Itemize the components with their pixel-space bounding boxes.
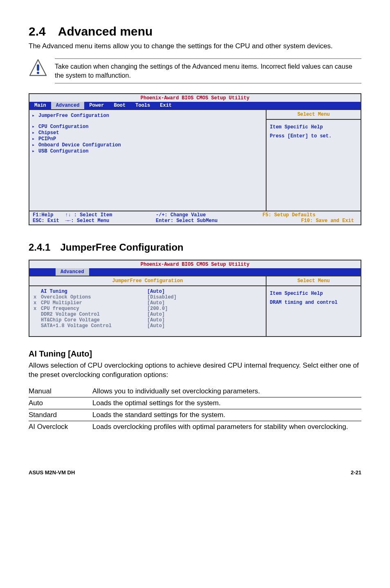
row-ai-tuning[interactable]: AI Tuning [Auto]	[34, 289, 262, 294]
bios2-menubar: Advanced	[29, 268, 361, 276]
bios-menubar: Main Advanced Power Boot Tools Exit	[29, 102, 361, 109]
tab-advanced[interactable]: Advanced	[51, 102, 85, 109]
caution-icon	[29, 58, 47, 77]
hint-change-value: -/+: Change Value	[156, 212, 256, 218]
bios2-help-title: Item Specific Help	[270, 290, 357, 298]
subsection-heading: 2.4.1JumperFree Configuration	[29, 242, 361, 253]
bios2-title: Phoenix-Award BIOS CMOS Setup Utility	[29, 260, 361, 268]
ai-tuning-body: Allows selection of CPU overclocking opt…	[29, 361, 361, 380]
panel-title: JumperFree Configuration	[29, 276, 266, 286]
help-title: Item Specific Help	[270, 123, 357, 132]
opt-manual: Manual Allows you to individually set ov…	[29, 386, 361, 397]
hint-f10: F10: Save and Exit	[262, 218, 357, 224]
bios-advanced-menu: Phoenix-Award BIOS CMOS Setup Utility Ma…	[29, 93, 361, 225]
bios2-left-panel: JumperFree Configuration AI Tuning [Auto…	[29, 276, 267, 336]
page-footer: ASUS M2N-VM DH 2-21	[29, 469, 361, 476]
subsection-number: 2.4.1	[29, 242, 50, 253]
hint-enter-submenu: Enter: Select SubMenu	[156, 218, 256, 224]
hint-esc: ESC: Exit	[33, 218, 59, 224]
svg-rect-1	[37, 64, 39, 71]
footer-product: ASUS M2N-VM DH	[29, 469, 75, 476]
hint-f5: F5: Setup Defaults	[262, 212, 357, 218]
row-ddr2-voltage: DDR2 Voltage Control [Auto]	[34, 312, 262, 317]
row-cpu-multiplier: x CPU Multiplier [Auto]	[34, 300, 262, 306]
footer-page: 2-21	[351, 469, 361, 476]
section-number: 2.4	[29, 25, 46, 38]
menu-chipset[interactable]: ▸Chipset	[32, 130, 263, 136]
hint-select-menu: →←: Select Menu	[65, 218, 109, 224]
bios-right-panel: Select Menu Item Specific Help Press [En…	[267, 109, 361, 211]
menu-jumperfree[interactable]: ▸JumperFree Configuration	[32, 112, 263, 119]
hint-f1: F1:Help	[33, 212, 53, 218]
menu-onboard-device[interactable]: ▸Onboard Device Configuration	[32, 142, 263, 148]
bios2-help-body: DRAM timing and control	[270, 298, 357, 307]
section-title: Advanced menu	[58, 25, 153, 38]
row-htchip-voltage: HT&Chip Core Voltage [Auto]	[34, 317, 262, 323]
tab-boot[interactable]: Boot	[109, 102, 130, 109]
section-heading: 2.4Advanced menu	[29, 25, 361, 38]
row-cpu-frequency: x CPU frequency [200.0]	[34, 306, 262, 312]
select-menu-label: Select Menu	[267, 110, 361, 120]
menu-cpu-config[interactable]: ▸CPU Configuration	[32, 123, 263, 130]
tab-tools[interactable]: Tools	[130, 102, 155, 109]
tab-main[interactable]: Main	[29, 102, 51, 109]
bios-footer: F1:Help ↑↓ : Select Item ESC: Exit →←: S…	[29, 211, 361, 224]
ai-options-table: Manual Allows you to individually set ov…	[29, 386, 361, 433]
ai-tuning-heading: AI Tuning [Auto]	[29, 349, 361, 359]
menu-pcipnp[interactable]: ▸PCIPnP	[32, 136, 263, 142]
caution-text: Take caution when changing the settings …	[55, 58, 361, 83]
opt-auto: Auto Loads the optimal settings for the …	[29, 397, 361, 409]
help-body: Press [Enter] to set.	[270, 132, 357, 141]
bios-left-panel: ▸JumperFree Configuration ▸CPU Configura…	[29, 109, 267, 211]
row-overclock-options: x Overclock Options [Disabled]	[34, 294, 262, 300]
tab-exit[interactable]: Exit	[155, 102, 177, 109]
bios2-select-menu: Select Menu	[267, 276, 361, 286]
bios-jumperfree: Phoenix-Award BIOS CMOS Setup Utility Ad…	[29, 260, 361, 337]
caution-box: Take caution when changing the settings …	[29, 58, 361, 83]
bios2-right-panel: Select Menu Item Specific Help DRAM timi…	[267, 276, 361, 336]
svg-point-2	[37, 72, 39, 74]
bios2-tab-advanced[interactable]: Advanced	[56, 268, 89, 276]
bios-title: Phoenix-Award BIOS CMOS Setup Utility	[29, 94, 361, 102]
menu-usb-config[interactable]: ▸USB Configuration	[32, 148, 263, 154]
hint-select-item: ↑↓ : Select Item	[65, 212, 112, 218]
row-sata-voltage: SATA+1.8 Voltage Control [Auto]	[34, 323, 262, 329]
opt-ai-overclock: AI Overclock Loads overclocking profiles…	[29, 421, 361, 433]
section-intro: The Advanced menu items allow you to cha…	[29, 42, 361, 51]
opt-standard: Standard Loads the standard settings for…	[29, 409, 361, 421]
tab-power[interactable]: Power	[84, 102, 109, 109]
subsection-title: JumperFree Configuration	[60, 242, 183, 253]
